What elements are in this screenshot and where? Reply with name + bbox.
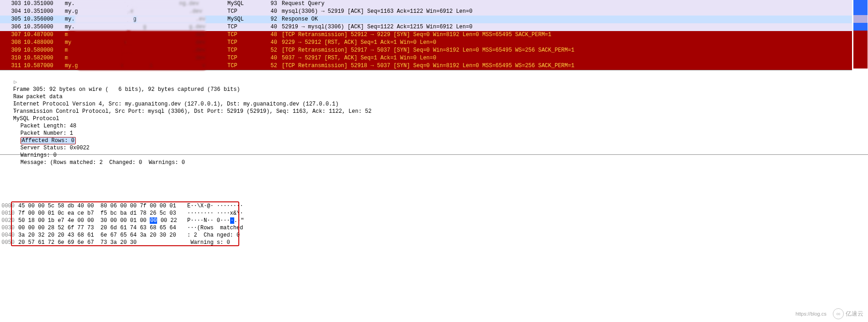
expand-icon[interactable]: ▷ xyxy=(13,93,18,100)
col-no: 310 xyxy=(0,54,24,62)
hex-bytes-2: 30 00 00 01 00 00 00 22 xyxy=(100,217,187,224)
col-source: my.g v xyxy=(65,62,123,70)
hex-dump-pane[interactable]: 000045 00 00 5c 58 db 40 0080 06 00 00 7… xyxy=(0,201,868,251)
col-length: 40 xyxy=(266,39,280,47)
packet-row[interactable]: 30810.488000my vm devTCP409229 → 52912 [… xyxy=(0,39,852,47)
col-length: 40 xyxy=(266,8,280,16)
packet-row[interactable]: 30410.351000my.g .evmy. .devTCP40mysql(3… xyxy=(0,8,852,16)
hex-line[interactable]: 00403a 20 32 20 20 43 68 616e 67 65 64 3… xyxy=(0,232,868,239)
col-info: 5037 → 52917 [RST, ACK] Seq=1 Ack=1 Win=… xyxy=(280,54,852,62)
col-destination: my. g g.dev xyxy=(123,23,227,31)
col-time: 10.488000 xyxy=(24,39,65,47)
expand-icon[interactable]: ▷ xyxy=(13,100,18,108)
col-no: 309 xyxy=(0,47,24,54)
col-no: 307 xyxy=(0,31,24,39)
hex-offset: 0040 xyxy=(0,232,18,239)
col-info: Request Query xyxy=(280,0,852,8)
col-length: 52 xyxy=(266,47,280,54)
col-no: 303 xyxy=(0,0,24,8)
col-info: [TCP Retransmission] 52917 → 5037 [SYN] … xyxy=(280,47,852,54)
col-source: m xyxy=(65,47,123,54)
hex-bytes-1: 20 57 61 72 6e 69 6e 67 xyxy=(18,239,100,246)
packet-details-pane[interactable]: ▷ Frame 305: 92 bytes on wire ( 6 bits),… xyxy=(0,70,868,155)
message-line[interactable]: Message: (Rows matched: 2 Changed: 0 War… xyxy=(0,144,868,152)
packet-length-text: Packet Length: 48 xyxy=(21,123,76,129)
col-source: m xyxy=(65,54,123,62)
hex-offset: 0050 xyxy=(0,239,18,246)
col-time: 10.356000 xyxy=(24,23,65,31)
hex-ascii: Warning s: 0 xyxy=(187,239,230,246)
expand-icon[interactable]: ▷ xyxy=(13,79,18,86)
col-source: my. xyxy=(65,23,123,31)
hex-line[interactable]: 00107f 00 00 01 0c ea ce b7f5 bc ba d1 7… xyxy=(0,210,868,217)
hex-bytes-2: 73 3a 20 30 xyxy=(100,239,187,246)
col-time: 10.487000 xyxy=(24,31,65,39)
col-info: [TCP Retransmission] 52918 → 5037 [SYN] … xyxy=(280,62,852,70)
hex-bytes-2: f5 bc ba d1 78 26 5c 03 xyxy=(100,210,187,217)
hex-ascii: ···(Rows matched xyxy=(187,224,243,232)
col-info: Response OK xyxy=(280,16,852,23)
packet-list[interactable]: 30310.351000my. my. ng.devMySQL93Request… xyxy=(0,0,852,70)
col-length: 48 xyxy=(266,31,280,39)
selected-byte: 00 xyxy=(150,217,157,224)
col-destination: i v xyxy=(123,62,227,70)
col-info: [TCP Retransmission] 52912 → 9229 [SYN] … xyxy=(280,31,852,39)
packet-row[interactable]: 30710.487000m m devTCP48[TCP Retransmiss… xyxy=(0,31,852,39)
col-length: 52 xyxy=(266,62,280,70)
col-time: 10.356000 xyxy=(24,16,65,23)
infinity-icon: ∞ xyxy=(833,308,844,319)
packet-number-line[interactable]: Packet Number: 1 xyxy=(0,115,868,122)
col-source: my v xyxy=(65,39,123,47)
hex-offset: 0020 xyxy=(0,217,18,224)
server-status-line[interactable]: ▷ Server Status: 0x0022 xyxy=(0,130,868,137)
hex-line[interactable]: 000045 00 00 5c 58 db 40 0080 06 00 00 7… xyxy=(0,202,868,210)
col-protocol: TCP xyxy=(227,62,266,70)
col-protocol: TCP xyxy=(227,39,266,47)
col-source: my. xyxy=(65,0,123,8)
warnings-line[interactable]: Warnings: 0 xyxy=(0,137,868,144)
frame-line[interactable]: ▷ Frame 305: 92 bytes on wire ( 6 bits),… xyxy=(0,71,868,79)
packet-row[interactable]: 30510.356000my. my.g .evMySQL92Response … xyxy=(0,16,852,23)
collapse-icon[interactable]: ▾ xyxy=(13,108,18,115)
hex-bytes-2: 6e 67 65 64 3a 20 30 20 xyxy=(100,232,187,239)
packet-row[interactable]: 30610.356000my. my. g g.devTCP4052919 → … xyxy=(0,23,852,31)
col-info: 52919 → mysql(3306) [ACK] Seq=1122 Ack=1… xyxy=(280,23,852,31)
hex-bytes-2: 80 06 00 00 7f 00 00 01 xyxy=(100,202,187,210)
raw-packet-line[interactable]: Raw packet data xyxy=(0,79,868,86)
server-status-text: Server Status: 0x0022 xyxy=(21,145,89,151)
col-no: 305 xyxy=(0,16,24,23)
hex-line[interactable]: 003000 00 00 28 52 6f 77 7320 6d 61 74 6… xyxy=(0,224,868,232)
watermark-url: https://blog.cs xyxy=(795,311,826,317)
col-length: 40 xyxy=(266,23,280,31)
minimap-scrollbar[interactable] xyxy=(853,0,868,69)
col-time: 10.351000 xyxy=(24,0,65,8)
hex-line[interactable]: 005020 57 61 72 6e 69 6e 6773 3a 20 30 W… xyxy=(0,239,868,246)
packet-row[interactable]: 31110.587000my.g v i vTCP52[TCP Retransm… xyxy=(0,62,852,70)
packet-number-text: Packet Number: 1 xyxy=(21,130,73,137)
col-destination: m dev xyxy=(123,31,227,39)
col-time: 10.580000 xyxy=(24,47,65,54)
col-time: 10.582000 xyxy=(24,54,65,62)
col-length: 92 xyxy=(266,16,280,23)
hex-offset: 0010 xyxy=(0,210,18,217)
packet-row[interactable]: 30910.580000m .devTCP52[TCP Retransmissi… xyxy=(0,47,852,54)
hex-bytes-1: 3a 20 32 20 20 43 68 61 xyxy=(18,232,100,239)
affected-rows-text: Affected Rows: 0 xyxy=(21,137,76,144)
col-protocol: TCP xyxy=(227,8,266,16)
expand-icon[interactable]: ▷ xyxy=(21,137,25,144)
message-text: Message: (Rows matched: 2 Changed: 0 War… xyxy=(21,159,185,166)
hex-line[interactable]: 002050 18 00 1b e7 4e 00 0030 00 00 01 0… xyxy=(0,217,868,224)
hex-ascii: P····N·· 0····.·" xyxy=(187,217,244,224)
tcp-line[interactable]: ▷ Transmission Control Protocol, Src Por… xyxy=(0,93,868,100)
affected-rows-line[interactable]: Affected Rows: 0 xyxy=(0,122,868,130)
packet-row[interactable]: 30310.351000my. my. ng.devMySQL93Request… xyxy=(0,0,852,8)
col-no: 304 xyxy=(0,8,24,16)
col-destination: m dev xyxy=(123,39,227,47)
col-length: 93 xyxy=(266,0,280,8)
col-destination: my. .dev xyxy=(123,8,227,16)
hex-ascii: E··\X·@· ········ xyxy=(187,202,243,210)
col-info: mysql(3306) → 52919 [ACK] Seq=1163 Ack=1… xyxy=(280,8,852,16)
hex-offset: 0000 xyxy=(0,202,18,210)
packet-row[interactable]: 31010.582000m devTCP405037 → 52917 [RST,… xyxy=(0,54,852,62)
col-destination: dev xyxy=(123,54,227,62)
